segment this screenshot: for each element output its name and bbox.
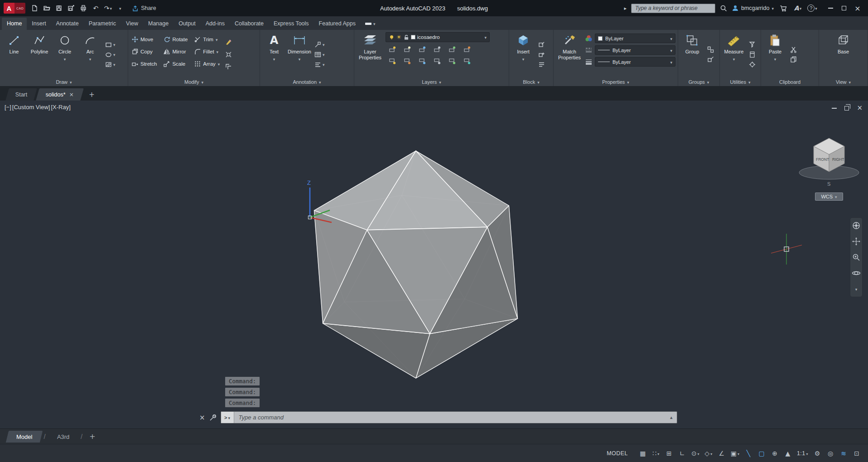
search-icon[interactable] — [720, 5, 727, 12]
thaw-all-layers-button[interactable] — [415, 56, 429, 67]
trim-button[interactable]: Trim — [193, 35, 221, 43]
lineweight-toggle[interactable]: ╲ — [743, 448, 754, 459]
model-space-toggle[interactable]: MODEL — [605, 448, 629, 459]
scale-button[interactable]: Scale — [162, 60, 189, 68]
workspace-gear-button[interactable]: ⚙ — [811, 448, 823, 459]
id-point-button[interactable] — [747, 60, 757, 69]
line-button[interactable]: Line — [2, 31, 26, 77]
viewcube-front-label[interactable]: FRONT — [816, 157, 829, 162]
rotate-button[interactable]: Rotate — [162, 35, 189, 43]
file-tab-solidos[interactable]: solidos* × — [36, 88, 84, 101]
viewcube-south-label[interactable]: S — [827, 181, 830, 187]
offset-button[interactable] — [224, 63, 233, 71]
save-button[interactable] — [54, 3, 64, 14]
annotation-scale-button[interactable]: 1:1 — [795, 448, 810, 459]
pan-button[interactable] — [851, 236, 861, 246]
nav-wheel-button[interactable] — [851, 221, 861, 231]
annotation-visibility-toggle[interactable]: ▲ — [782, 448, 794, 459]
panel-groups-footer[interactable]: Groups — [678, 77, 719, 86]
explode-button[interactable] — [224, 50, 233, 59]
arc-dropdown-arrow-icon[interactable] — [89, 56, 92, 62]
app-menu-button[interactable]: A CAD — [4, 2, 25, 14]
base-button[interactable]: Base — [832, 31, 855, 77]
tab-insert[interactable]: Insert — [27, 18, 51, 30]
command-input[interactable] — [234, 412, 670, 423]
command-close-icon[interactable]: × — [199, 414, 205, 422]
panel-annotation-footer[interactable]: Annotation — [260, 77, 354, 86]
search-collapse-icon[interactable]: ▸ — [624, 5, 627, 11]
paste-button[interactable]: Paste — [763, 31, 787, 77]
rectangle-button[interactable] — [104, 40, 117, 49]
measure-dropdown-arrow-icon[interactable] — [733, 56, 735, 62]
lineweight-dropdown[interactable]: ByLayer — [595, 57, 675, 67]
drawing-close-icon[interactable]: × — [857, 105, 863, 111]
measure-button[interactable]: Measure — [722, 31, 746, 77]
nav-more-button[interactable] — [851, 284, 861, 294]
insert-button[interactable]: Insert — [511, 31, 535, 77]
cart-button[interactable] — [778, 3, 788, 14]
match-layer-button[interactable] — [460, 44, 474, 54]
scale-dropdown-arrow-icon[interactable] — [806, 450, 808, 457]
layer-isolate-button[interactable] — [400, 44, 414, 54]
circle-button[interactable]: Circle — [53, 31, 77, 77]
dimension-button[interactable]: Dimension — [288, 31, 311, 77]
tab-parametric[interactable]: Parametric — [84, 18, 121, 30]
dimension-dropdown-arrow-icon[interactable] — [299, 56, 301, 62]
circle-dropdown-arrow-icon[interactable] — [64, 56, 66, 62]
isolate-objects-button[interactable]: ◎ — [825, 448, 836, 459]
close-button[interactable]: × — [851, 1, 864, 15]
panel-clipboard-footer[interactable]: Clipboard — [761, 77, 819, 86]
drawing-restore-icon[interactable] — [844, 106, 849, 111]
tab-add-ins[interactable]: Add-ins — [201, 18, 230, 30]
viewcube[interactable]: FRONT RIGHT S — [796, 125, 864, 193]
merge-layer-button[interactable] — [460, 56, 474, 67]
text-style-button[interactable] — [313, 60, 326, 69]
snap-toggle[interactable]: ∷ — [650, 448, 662, 459]
orbit-button[interactable] — [851, 268, 861, 278]
new-drawing-tab-button[interactable]: + — [84, 88, 99, 101]
tab-home[interactable]: Home — [2, 18, 27, 30]
quick-calc-button[interactable] — [747, 50, 757, 59]
tab-featured-apps[interactable]: Featured Apps — [314, 18, 361, 30]
copy-button[interactable]: Copy — [130, 48, 158, 56]
object-color-dropdown[interactable]: ByLayer — [595, 34, 675, 43]
copy-clip-button[interactable] — [789, 55, 798, 64]
graphics-performance-toggle[interactable]: ≋ — [838, 448, 849, 459]
viewcube-right-label[interactable]: RIGHT — [832, 157, 844, 162]
viewport-visual-style-control[interactable]: [X-Ray] — [51, 104, 70, 111]
layer-dropdown[interactable]: ☀ icosaedro — [386, 32, 490, 42]
panel-draw-footer[interactable]: Draw — [0, 77, 128, 86]
layer-dropdown-arrow-icon[interactable] — [484, 34, 487, 40]
file-tab-start[interactable]: Start — [5, 88, 37, 101]
wcs-dropdown[interactable]: WCS — [815, 192, 843, 201]
layer-freeze-button[interactable] — [415, 44, 429, 54]
grid-toggle[interactable]: ▦ — [637, 448, 649, 459]
snap-dropdown-arrow-icon[interactable] — [657, 450, 659, 457]
layer-off-button[interactable] — [386, 44, 399, 54]
ellipse-button[interactable] — [104, 50, 117, 59]
layer-properties-button[interactable]: Layer Properties — [357, 31, 384, 77]
viewport-menu-control[interactable]: [−] — [5, 104, 11, 111]
layer-lock-button[interactable] — [430, 44, 444, 54]
panel-properties-footer[interactable]: Properties — [554, 77, 678, 86]
isodraft-dropdown-arrow-icon[interactable] — [710, 450, 712, 457]
array-button[interactable]: Array — [193, 60, 221, 68]
undo-button[interactable]: ↶ — [91, 3, 101, 14]
text-button[interactable]: A Text — [262, 31, 286, 77]
cut-button[interactable] — [789, 45, 798, 54]
redo-dropdown-arrow-icon[interactable] — [110, 5, 112, 11]
new-layout-button[interactable]: + — [85, 432, 100, 441]
ortho-toggle[interactable]: ∟ — [676, 448, 688, 459]
panel-block-footer[interactable]: Block — [509, 77, 553, 86]
panel-view-footer[interactable]: View — [819, 77, 868, 86]
zoom-button[interactable] — [851, 252, 861, 262]
redo-button[interactable]: ↷ — [103, 3, 113, 14]
group-edit-button[interactable] — [706, 55, 715, 64]
tab-output[interactable]: Output — [174, 18, 201, 30]
group-button[interactable]: Group — [680, 31, 704, 77]
table-button[interactable] — [313, 50, 326, 59]
polar-tracking-toggle[interactable]: ⊙ — [690, 448, 701, 459]
maximize-button[interactable] — [837, 1, 851, 15]
drawing-canvas[interactable]: Z [−] [Custom View] [X-Ray] × FRONT RIGH… — [0, 101, 868, 428]
object-snap-toggle[interactable]: ▣ — [729, 448, 741, 459]
